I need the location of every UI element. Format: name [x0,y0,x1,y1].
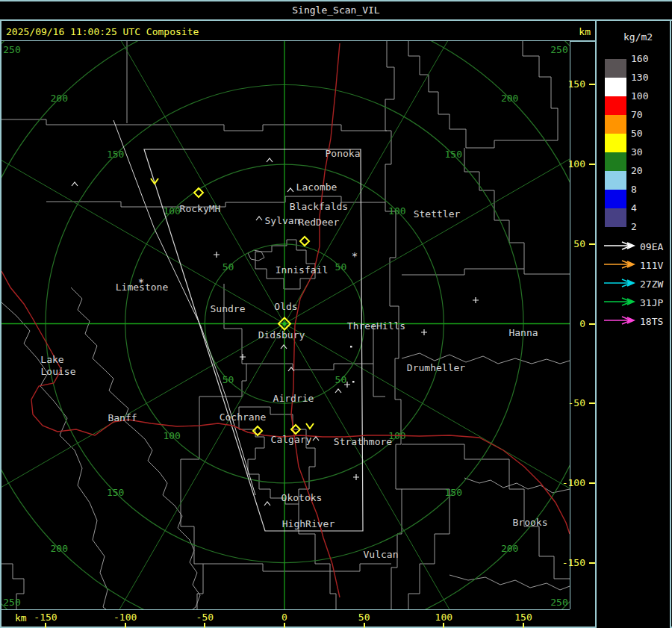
storm-track-row: 18TS [601,315,670,327]
colorbar-value-label: 160 [631,53,648,64]
bottom-axis-tick [125,623,126,628]
city-label: Lacombe [296,181,337,193]
scan-timestamp: 2025/09/16 11:00:25 UTC Composite [6,26,199,37]
storm-track-arrow-icon [603,296,638,307]
window-title: Single_Scan_VIL [0,4,672,16]
colorbar-swatch [605,134,626,152]
right-axis-tick [589,482,595,484]
storm-track-id-label: 31JP [640,297,663,308]
county-boundary-line [449,575,570,590]
right-axis-tick [589,164,595,165]
bottom-axis-tick [45,623,46,628]
county-boundary-line [464,478,570,493]
colorbar-value-label: 130 [631,72,648,83]
city-label: Brooks [513,517,548,528]
colorbar-value-label: 4 [631,202,637,214]
colorbar-swatch [605,78,626,96]
county-boundary-line [402,269,570,275]
range-ring-label: 100 [163,205,180,217]
cell-caret-marker [264,502,270,506]
city-label: Hanna [508,327,538,338]
colorbar-swatch [605,171,626,190]
city-label: Sundre [211,303,246,314]
city-label: Banff [108,412,137,423]
range-ring-label: 50 [335,261,347,273]
city-label: Lake [40,354,63,365]
colorbar-value-label: 30 [631,146,643,158]
bottom-axis-tick-label: -100 [113,612,137,623]
cell-caret-marker [287,188,293,192]
colorbar-value-label: 70 [631,109,643,120]
cell-caret-marker [281,345,287,349]
storm-track-id-label: 09EA [640,241,663,252]
city-label: Didsbury [258,329,305,341]
city-label: Vulcan [364,549,399,560]
radar-site-center-dot [282,322,287,326]
range-ring-label: 150 [445,487,462,498]
storm-track-row: 27ZW [601,278,670,290]
county-boundary-line [71,287,200,609]
city-label: RockyMH [180,203,221,214]
county-boundary-line [203,564,391,571]
city-label: Olds [274,301,297,312]
storm-track-arrow-icon [603,278,638,288]
range-ring-label: 150 [445,149,462,160]
arrow-glyph [604,261,634,268]
county-boundary-line [402,489,449,609]
city-label: Okotoks [281,492,323,503]
storm-cell-chevron [306,423,314,429]
range-ring-label: 250 [3,597,20,608]
radar-map: 5050505010010010010015015015015020020020… [1,41,570,609]
range-ring-label: 250 [550,44,567,55]
azimuth-spoke [75,324,284,610]
title-divider-line [0,19,672,21]
county-boundary-line [1,302,108,609]
right-axis-tick [589,323,595,325]
bottom-axis-tick [523,623,524,628]
city-label: Stettler [414,208,461,220]
right-axis-tick [589,402,595,404]
bottom-axis-tick [284,623,285,628]
bottom-axis-tick-label: 150 [514,612,532,623]
map-canvas[interactable]: 5050505010010010010015015015015020020020… [1,41,570,609]
city-label: Airdrie [273,393,314,404]
storm-track-arrow-icon [603,259,638,270]
colorbar-value-label: 50 [631,128,643,139]
city-label: Innisfail [276,264,328,276]
storm-track-arrow-icon [603,315,638,326]
right-axis-tick [589,243,595,245]
bottom-axis: km -150-100-50050100150 [0,609,596,628]
storm-track-arrow-icon [603,240,638,251]
bottom-axis-tick-label: 100 [435,612,452,623]
right-axis-tick-label: -50 [568,397,585,408]
colorbar-swatch [605,208,626,227]
range-ring-label: 200 [51,543,68,554]
county-boundary-line [402,444,570,579]
azimuth-spoke [284,324,570,533]
colorbar-value-label: 8 [631,184,637,195]
range-ring-label: 200 [51,93,68,104]
city-label: Ponoka [326,148,361,159]
bottom-axis-unit: km [15,612,27,624]
city-label: Louise [41,366,76,377]
range-ring-label: 50 [223,261,234,273]
right-axis-tick-label: 150 [568,78,585,90]
county-boundary-line [408,41,558,148]
city-label: Blackfalds [290,201,348,212]
arrow-glyph [604,298,634,305]
range-ring-label: 250 [3,44,20,55]
cell-plus-marker [421,329,427,335]
storm-cell-diamond [300,237,309,246]
range-ring-label: 200 [501,93,518,104]
city-label: Drumheller [407,362,465,373]
bottom-axis-tick [443,623,444,628]
cell-plus-marker [353,474,359,480]
county-boundary-line [373,364,385,397]
storm-track-id-label: 27ZW [640,279,663,290]
city-label: Sylvan [265,215,300,226]
colorbar-value-label: 2 [631,221,637,232]
county-boundary-line [464,148,524,269]
cell-plus-marker [473,297,479,303]
colorbar-swatch [605,115,626,134]
right-axis-tick-label: 100 [568,158,585,170]
